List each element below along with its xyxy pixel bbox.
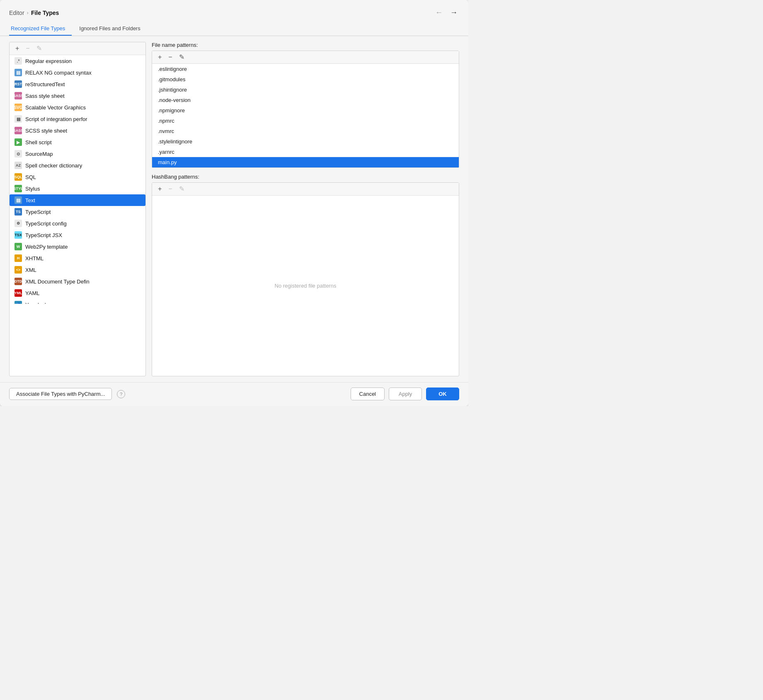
list-item[interactable]: SQL SQL <box>10 171 145 183</box>
file-patterns-edit-button[interactable]: ✎ <box>177 53 186 61</box>
pattern-item[interactable]: .eslintignore <box>152 64 459 74</box>
list-item[interactable]: ⊙ SourceMap <box>10 148 145 160</box>
list-item[interactable]: ▤ RELAX NG compact syntax <box>10 67 145 78</box>
pattern-item[interactable]: .gitmodules <box>152 74 459 85</box>
list-item[interactable]: TS TypeScript <box>10 206 145 218</box>
nav-arrows: ← → <box>434 7 459 18</box>
list-item[interactable]: RST reStructuredText <box>10 78 145 90</box>
nav-forward-button[interactable]: → <box>448 7 459 18</box>
file-type-list[interactable]: .* Regular expression ▤ RELAX NG compact… <box>10 55 145 304</box>
pattern-item[interactable]: .node-version <box>152 95 459 105</box>
left-panel: + − ✎ .* Regular expression ▤ RELAX NG c… <box>9 42 146 376</box>
cancel-button[interactable]: Cancel <box>351 388 385 400</box>
breadcrumb-parent: Editor <box>9 10 24 16</box>
list-item[interactable]: SASS Sass style sheet <box>10 90 145 102</box>
list-item[interactable]: SVG Scalable Vector Graphics <box>10 102 145 113</box>
left-edit-button[interactable]: ✎ <box>35 45 44 52</box>
pattern-item[interactable]: .jshintignore <box>152 85 459 95</box>
stylus-icon: STYL <box>15 185 22 192</box>
list-item[interactable]: .* Regular expression <box>10 55 145 67</box>
help-icon[interactable]: ? <box>117 390 125 398</box>
pattern-item[interactable]: .npmrc <box>152 116 459 126</box>
file-patterns-toolbar: + − ✎ <box>152 51 459 64</box>
relaxng-icon: ▤ <box>15 69 22 76</box>
tab-ignored[interactable]: Ignored Files and Folders <box>78 22 147 36</box>
hashbang-patterns-box: + − ✎ No registered file patterns <box>152 182 459 376</box>
list-item[interactable]: H XHTML <box>10 252 145 264</box>
yarn-icon: 🔵 <box>15 301 22 304</box>
sql-icon: SQL <box>15 173 22 181</box>
title-bar: Editor › File Types ← → <box>0 0 468 22</box>
bottom-bar: Associate File Types with PyCharm... ? C… <box>0 382 468 406</box>
hashbang-toolbar: + − ✎ <box>152 183 459 196</box>
file-name-patterns-label: File name patterns: <box>152 42 459 48</box>
file-patterns-remove-button[interactable]: − <box>167 53 174 61</box>
rst-icon: RST <box>15 80 22 88</box>
script-icon: ▤ <box>15 115 22 123</box>
list-item[interactable]: ⚙ TypeScript config <box>10 218 145 229</box>
list-item[interactable]: ▤ Script of integration perfor <box>10 113 145 125</box>
list-item[interactable]: <> XML <box>10 264 145 276</box>
list-item[interactable]: YML YAML <box>10 287 145 299</box>
list-item[interactable]: TSX TypeScript JSX <box>10 229 145 241</box>
hashbang-empty-message: No registered file patterns <box>152 196 459 376</box>
list-item-text-selected[interactable]: ▤ Text <box>10 194 145 206</box>
tsx-icon: TSX <box>15 231 22 239</box>
left-add-button[interactable]: + <box>14 45 21 52</box>
pattern-item-selected[interactable]: main.py <box>152 157 459 167</box>
apply-button[interactable]: Apply <box>389 388 422 400</box>
dialog: Editor › File Types ← → Recognized File … <box>0 0 468 406</box>
xml-icon: <> <box>15 266 22 274</box>
shell-icon: ▶ <box>15 138 22 146</box>
regex-icon: .* <box>15 57 22 65</box>
left-remove-button[interactable]: − <box>24 45 31 52</box>
hashbang-add-button[interactable]: + <box>156 185 163 193</box>
tab-recognized[interactable]: Recognized File Types <box>9 22 72 36</box>
hashbang-label: HashBang patterns: <box>152 174 459 180</box>
hashbang-edit-button[interactable]: ✎ <box>177 185 186 193</box>
tsconfig-icon: ⚙ <box>15 220 22 227</box>
breadcrumb-current: File Types <box>31 10 59 16</box>
right-panel: File name patterns: + − ✎ .eslintignore … <box>152 42 459 376</box>
left-panel-toolbar: + − ✎ <box>10 42 145 55</box>
dtd-icon: DTD <box>15 278 22 285</box>
xhtml-icon: H <box>15 254 22 262</box>
yaml-icon: YML <box>15 289 22 297</box>
ok-button[interactable]: OK <box>426 388 459 400</box>
hashbang-section: HashBang patterns: + − ✎ No registered f… <box>152 174 459 376</box>
list-item[interactable]: W Web2Py template <box>10 241 145 252</box>
associate-button[interactable]: Associate File Types with PyCharm... <box>9 388 112 400</box>
pattern-item[interactable]: .npmignore <box>152 105 459 116</box>
sourcemap-icon: ⊙ <box>15 150 22 157</box>
main-content: + − ✎ .* Regular expression ▤ RELAX NG c… <box>0 36 468 382</box>
nav-back-button[interactable]: ← <box>434 7 444 18</box>
tabs-bar: Recognized File Types Ignored Files and … <box>0 22 468 36</box>
list-item[interactable]: SASS SCSS style sheet <box>10 125 145 136</box>
text-icon: ▤ <box>15 196 22 204</box>
list-item[interactable]: STYL Stylus <box>10 183 145 194</box>
file-patterns-list[interactable]: .eslintignore .gitmodules .jshintignore … <box>152 64 459 167</box>
list-item[interactable]: 🔵 Yarn lock <box>10 299 145 304</box>
pattern-item[interactable]: .yarnrc <box>152 147 459 157</box>
svg-icon: SVG <box>15 104 22 111</box>
pattern-item[interactable]: .nvmrc <box>152 126 459 136</box>
scss-icon: SASS <box>15 127 22 134</box>
list-item[interactable]: ▶ Shell script <box>10 136 145 148</box>
list-item[interactable]: DTD XML Document Type Defin <box>10 276 145 287</box>
spell-icon: AZ <box>15 162 22 169</box>
file-patterns-add-button[interactable]: + <box>156 53 163 61</box>
pattern-item[interactable]: .stylelintignore <box>152 136 459 147</box>
file-name-patterns-box: + − ✎ .eslintignore .gitmodules .jshinti… <box>152 51 459 168</box>
breadcrumb-separator: › <box>27 10 29 16</box>
typescript-icon: TS <box>15 208 22 216</box>
hashbang-remove-button[interactable]: − <box>167 185 174 193</box>
sass-icon: SASS <box>15 92 22 99</box>
breadcrumb: Editor › File Types <box>9 10 59 16</box>
dialog-buttons: Cancel Apply OK <box>351 388 459 400</box>
web2py-icon: W <box>15 243 22 250</box>
list-item[interactable]: AZ Spell checker dictionary <box>10 160 145 171</box>
